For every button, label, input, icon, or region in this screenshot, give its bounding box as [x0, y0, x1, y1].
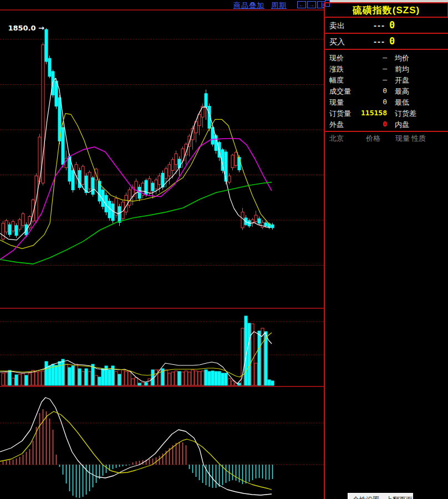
watch-header-0: 北京	[329, 134, 344, 144]
popup-item-0[interactable]: 个性设置	[353, 495, 379, 499]
row-value: 0	[355, 86, 387, 95]
watchlist-header: 北京价格现量性质	[325, 133, 448, 143]
quote-panel: 硫磺指数(SZS) 卖出 --- 0 买入 --- 0 现价—均价涨跌—前均幅度…	[325, 0, 448, 499]
row-label: 涨跌	[329, 64, 344, 74]
quote-row-5: 订货量115158订货差	[325, 108, 448, 119]
row-label: 现量	[329, 98, 344, 108]
row-label: 现价	[329, 53, 344, 63]
overlay-link[interactable]: 商品叠加	[233, 1, 264, 11]
buy-volume-value: 0	[389, 35, 395, 47]
chart-toolbar: 商品叠加 周期 ← →	[0, 0, 325, 9]
buy-price-dashes: ---	[374, 37, 385, 46]
instrument-title-box: 硫磺指数(SZS)	[325, 2, 448, 18]
row-value: —	[355, 53, 387, 62]
popup-item-1[interactable]: 上翻页面	[386, 495, 413, 499]
quote-row-4: 现量0最低	[325, 96, 448, 108]
watch-header-1: 价格	[366, 134, 380, 144]
row-label: 成交量	[329, 86, 351, 96]
buy-label: 买入	[329, 37, 345, 47]
watch-header-2: 现量	[395, 134, 410, 144]
instrument-title: 硫磺指数(SZS)	[353, 5, 420, 16]
watch-header-3: 性质	[411, 134, 426, 144]
panel-separator	[325, 131, 448, 132]
quote-row-6: 外盘0内盘	[325, 119, 448, 130]
settings-popup: 个性设置上翻页面	[348, 493, 413, 499]
buy-row: 买入 --- 0	[325, 34, 448, 50]
row-value: —	[355, 75, 387, 84]
sell-row: 卖出 --- 0	[325, 18, 448, 34]
quote-row-1: 涨跌—前均	[325, 63, 448, 74]
row-value: 115158	[355, 109, 387, 117]
row-label: 外盘	[329, 120, 344, 130]
row-right-label: 最高	[395, 86, 409, 96]
quote-row-3: 成交量0最高	[325, 85, 448, 96]
row-value: 0	[355, 120, 387, 128]
period-link[interactable]: 周期	[271, 1, 287, 11]
app-window: 1850.0 → 商品叠加 周期 ← → 硫磺指数(SZS) 卖出 --- 0 …	[0, 0, 448, 499]
sell-price-dashes: ---	[374, 21, 385, 30]
quote-row-2: 幅度—开盘	[325, 74, 448, 85]
row-right-label: 订货差	[395, 109, 416, 119]
quote-info-rows: 现价—均价涨跌—前均幅度—开盘成交量0最高现量0最低订货量115158订货差外盘…	[325, 52, 448, 130]
sell-volume-value: 0	[389, 19, 395, 30]
row-right-label: 最低	[395, 98, 409, 108]
sell-label: 卖出	[329, 21, 345, 31]
row-value: 0	[355, 98, 387, 106]
prev-page-arrow-icon[interactable]: ←	[297, 1, 306, 8]
row-label: 幅度	[329, 75, 344, 85]
quote-row-0: 现价—均价	[325, 52, 448, 63]
row-right-label: 前均	[395, 64, 409, 74]
next-page-arrow-icon[interactable]: →	[307, 1, 316, 8]
row-label: 订货量	[329, 109, 351, 119]
row-value: —	[355, 64, 387, 73]
row-right-label: 开盘	[395, 75, 409, 85]
price-annotation: 1850.0 →	[8, 24, 44, 32]
row-right-label: 内盘	[395, 120, 409, 130]
row-right-label: 均价	[395, 53, 409, 63]
kline-chart[interactable]: 1850.0 →	[0, 0, 325, 499]
